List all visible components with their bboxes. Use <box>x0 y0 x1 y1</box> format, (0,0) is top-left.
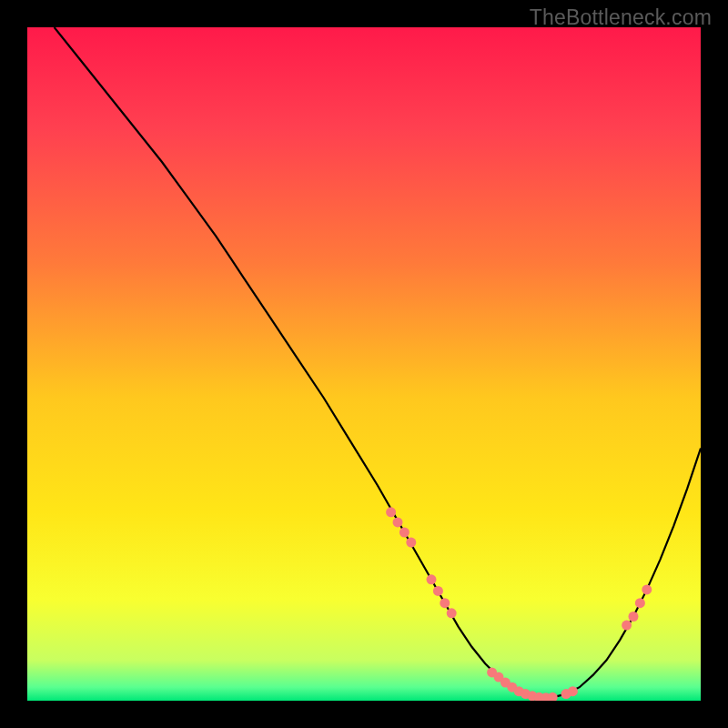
data-point <box>406 538 416 548</box>
watermark-text: TheBottleneck.com <box>530 5 712 30</box>
gradient-background <box>27 27 701 701</box>
data-point <box>622 621 632 631</box>
data-point <box>399 528 410 538</box>
chart-container <box>27 27 701 701</box>
data-point <box>433 586 443 596</box>
data-point <box>568 686 578 696</box>
data-point <box>629 612 639 622</box>
data-point <box>635 598 645 608</box>
data-point <box>642 584 652 594</box>
data-point <box>440 598 450 608</box>
data-point <box>393 517 403 527</box>
bottleneck-chart <box>27 27 701 701</box>
data-point <box>447 608 457 618</box>
data-point <box>427 574 437 584</box>
data-point <box>386 507 396 517</box>
